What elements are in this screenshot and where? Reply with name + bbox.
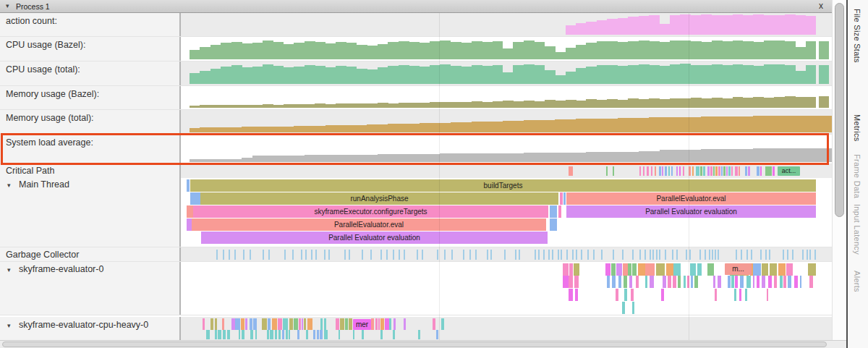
trace-event[interactable] (783, 276, 786, 288)
trace-event[interactable] (272, 318, 278, 330)
trace-event[interactable] (268, 318, 270, 330)
trace-event[interactable] (694, 276, 698, 288)
trace-event[interactable] (385, 318, 388, 330)
trace-event[interactable] (709, 250, 710, 260)
trace-event[interactable] (762, 263, 768, 276)
trace-event[interactable] (306, 330, 308, 339)
trace-event[interactable] (262, 318, 267, 330)
critical-path-slice[interactable] (773, 166, 775, 176)
trace-event[interactable] (760, 250, 762, 260)
trace-event[interactable] (275, 330, 277, 339)
trace-event[interactable] (629, 276, 633, 288)
critical-path-slice[interactable] (569, 166, 573, 176)
trace-event[interactable] (263, 250, 264, 260)
trace-event[interactable] (289, 318, 293, 330)
trace-event[interactable] (794, 276, 798, 288)
trace-event[interactable] (437, 250, 438, 260)
trace-event[interactable] (746, 250, 748, 260)
trace-event[interactable] (250, 318, 252, 330)
trace-event[interactable] (566, 250, 568, 260)
trace-event[interactable] (399, 250, 400, 260)
trace-event[interactable] (652, 250, 654, 260)
trace-event[interactable] (487, 250, 488, 260)
critical-path-slice[interactable] (683, 166, 684, 176)
trace-event[interactable] (250, 250, 251, 260)
trace-event[interactable] (661, 289, 664, 301)
trace-event[interactable] (601, 250, 603, 260)
trace-event[interactable] (292, 250, 294, 260)
trace-event[interactable] (802, 250, 804, 260)
trace-event[interactable] (616, 289, 618, 301)
tab-input-latency[interactable]: Input Latency (853, 204, 861, 255)
trace-event[interactable] (418, 330, 420, 339)
trace-event[interactable] (616, 263, 622, 276)
trace-event[interactable] (340, 318, 344, 330)
trace-event[interactable] (780, 276, 783, 288)
trace-event[interactable] (297, 330, 299, 339)
trace-event[interactable] (284, 250, 286, 260)
cpu-total-chart[interactable] (181, 61, 832, 85)
trace-event[interactable] (632, 263, 637, 276)
trace-event[interactable] (731, 276, 734, 288)
critical-path-slice[interactable] (748, 166, 750, 176)
trace-event[interactable] (504, 250, 506, 260)
trace-event[interactable] (809, 250, 811, 260)
trace-event[interactable] (324, 330, 328, 339)
trace-event[interactable] (800, 276, 801, 288)
trace-event[interactable] (362, 330, 363, 339)
trace-event[interactable] (563, 276, 569, 288)
vertical-scrollbar[interactable] (832, 0, 846, 340)
tab-file-size-stats[interactable]: File Size Stats (853, 9, 861, 63)
trace-slice[interactable] (550, 205, 557, 218)
trace-event[interactable] (255, 330, 257, 339)
trace-event[interactable] (745, 289, 747, 301)
trace-event[interactable] (222, 318, 224, 330)
critical-path-slice[interactable] (715, 166, 718, 176)
trace-event[interactable] (270, 330, 273, 339)
trace-event[interactable] (718, 250, 719, 260)
trace-slice[interactable]: skyframeExecutor.configureTargets (193, 205, 548, 218)
trace-event[interactable] (469, 250, 471, 260)
trace-event[interactable] (223, 330, 226, 339)
trace-event[interactable] (814, 250, 816, 260)
trace-event[interactable] (665, 250, 666, 260)
trace-event[interactable] (375, 318, 378, 330)
collapse-arrow-icon[interactable]: ▾ (6, 182, 19, 189)
trace-event[interactable] (313, 330, 315, 339)
trace-event[interactable] (684, 276, 686, 288)
trace-event[interactable] (268, 250, 270, 260)
trace-event[interactable] (757, 276, 759, 288)
trace-event[interactable] (324, 318, 326, 330)
trace-event[interactable] (624, 276, 627, 288)
trace-event[interactable] (229, 250, 230, 260)
trace-event[interactable] (278, 318, 282, 330)
trace-event[interactable] (441, 318, 444, 330)
trace-slice[interactable]: Parallel Evaluator evaluation (566, 205, 816, 218)
trace-event[interactable] (283, 318, 288, 330)
trace-event[interactable] (645, 263, 650, 276)
trace-event[interactable] (389, 318, 391, 330)
trace-event[interactable] (623, 263, 628, 276)
memory-bazel-chart[interactable] (181, 86, 832, 109)
trace-event[interactable] (569, 289, 573, 301)
trace-event[interactable] (289, 330, 290, 339)
trace-event[interactable] (639, 250, 641, 260)
trace-event[interactable] (807, 250, 808, 260)
slice-badge[interactable]: m... (725, 263, 752, 275)
trace-event[interactable] (371, 318, 374, 330)
trace-event[interactable] (751, 250, 752, 260)
critical-path-slice[interactable] (671, 166, 673, 176)
skyframe-evaluator-cpu-heavy-0-canvas[interactable]: mer (181, 317, 832, 340)
trace-event[interactable] (770, 263, 778, 276)
trace-event[interactable] (250, 330, 253, 339)
collapse-arrow-icon[interactable]: ▾ (6, 322, 19, 329)
trace-event[interactable] (339, 330, 341, 339)
trace-event[interactable] (728, 276, 731, 288)
trace-event[interactable] (769, 250, 770, 260)
trace-event[interactable] (294, 318, 298, 330)
trace-event[interactable] (243, 250, 244, 260)
trace-event[interactable] (663, 276, 666, 288)
trace-event[interactable] (282, 330, 285, 339)
close-button[interactable]: x (819, 1, 823, 11)
critical-path-slice[interactable] (606, 166, 608, 176)
